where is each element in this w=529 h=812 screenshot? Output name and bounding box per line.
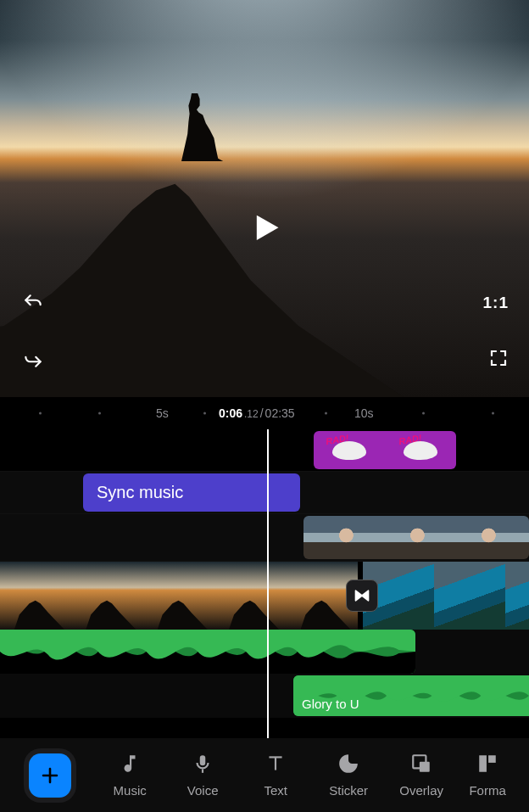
ruler-label-5s: 5s: [156, 406, 169, 420]
ruler-tick: [98, 412, 101, 415]
ruler-tick: [492, 412, 494, 415]
sync-music-button[interactable]: Sync music: [83, 473, 300, 512]
svg-rect-3: [479, 755, 487, 772]
music-icon: [119, 753, 141, 775]
clip-thumbnail: [143, 562, 214, 630]
audio-clip-2[interactable]: Glory to U: [293, 675, 529, 716]
audio-clip-title: Glory to U: [302, 697, 359, 711]
sticker-icon: [337, 753, 359, 775]
time-separator: /: [260, 406, 264, 420]
svg-rect-0: [202, 770, 203, 773]
overlay-tool[interactable]: Overlay: [397, 753, 446, 798]
tool-label: Voice: [187, 783, 219, 798]
music-tool[interactable]: Music: [105, 753, 154, 798]
clip-thumbnail: [434, 562, 505, 630]
undo-button[interactable]: [22, 292, 44, 314]
tool-label: Forma: [469, 783, 505, 798]
current-time: 0:06: [219, 406, 242, 420]
tool-label: Sticker: [329, 783, 368, 798]
tool-label: Overlay: [399, 783, 443, 798]
clip-thumbnail: [446, 516, 517, 559]
main-video-track[interactable]: [0, 562, 529, 630]
ruler-tick: [325, 412, 327, 415]
voice-tool[interactable]: Voice: [178, 753, 227, 798]
audio-track-2[interactable]: Glory to U: [0, 674, 529, 718]
clip-thumbnail: [71, 562, 142, 630]
audio-track-1[interactable]: [0, 630, 529, 674]
clip-thumbnail: [214, 562, 286, 630]
play-button[interactable]: [246, 209, 283, 246]
skateboard-icon: [404, 441, 437, 460]
format-tool[interactable]: Forma: [470, 753, 505, 798]
total-time: 02:35: [265, 406, 295, 420]
ruler-label-10s: 10s: [354, 406, 374, 420]
clip-thumbnail: [505, 562, 529, 630]
clip-thumbnail: [303, 516, 375, 559]
ruler-tick: [422, 412, 425, 415]
redo-button[interactable]: [22, 348, 44, 370]
text-icon: [264, 753, 287, 775]
transition-button[interactable]: [346, 580, 378, 612]
clip-thumbnail: [517, 516, 529, 559]
video-clip-a[interactable]: [0, 562, 358, 630]
skateboard-icon: [332, 441, 366, 460]
microphone-icon: [192, 753, 214, 775]
overlay-icon: [410, 753, 432, 775]
bottom-toolbar: Music Voice Text Sticker Overlay Forma: [0, 738, 529, 812]
pip-clip[interactable]: [303, 516, 529, 559]
sticker-clip[interactable]: RAD! RAD!: [314, 431, 456, 469]
text-tool[interactable]: Text: [251, 753, 300, 798]
current-time-ms: .12: [244, 408, 259, 420]
fullscreen-button[interactable]: [488, 348, 509, 368]
tool-label: Text: [264, 783, 287, 798]
svg-rect-4: [488, 755, 496, 763]
pip-track[interactable]: [0, 514, 529, 562]
format-icon: [476, 753, 498, 775]
svg-rect-2: [420, 762, 430, 772]
waveform-icon: [0, 630, 415, 674]
sticker-track[interactable]: RAD! RAD!: [0, 429, 529, 472]
add-button[interactable]: [29, 753, 71, 798]
sticker-tool[interactable]: Sticker: [324, 753, 373, 798]
audio-clip-1[interactable]: [0, 630, 415, 674]
aspect-ratio-button[interactable]: 1:1: [483, 294, 509, 312]
clip-thumbnail: [375, 516, 446, 559]
sync-music-track[interactable]: Sync music: [0, 472, 529, 514]
time-display: 0:06.12 / 02:35: [219, 406, 295, 420]
timeline[interactable]: RAD! RAD! Sync music: [0, 429, 529, 738]
clip-thumbnail: [0, 562, 71, 630]
sync-music-label: Sync music: [97, 483, 183, 502]
video-clip-b[interactable]: [363, 562, 529, 630]
tool-label: Music: [114, 783, 147, 798]
video-preview[interactable]: 1:1: [0, 0, 529, 397]
ruler-tick: [203, 412, 206, 415]
timeline-ruler[interactable]: 5s 0:06.12 / 02:35 10s: [0, 397, 529, 429]
ruler-tick: [39, 412, 42, 415]
